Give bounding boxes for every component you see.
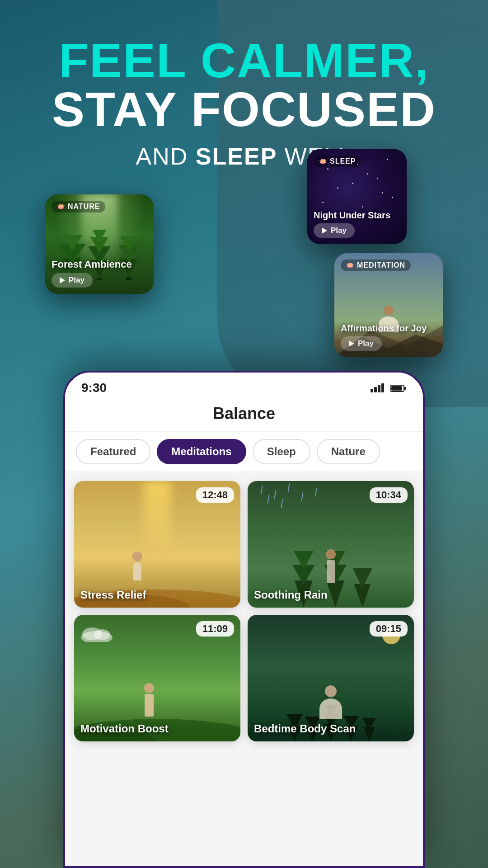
play-icon [60,277,65,283]
media-card-stress-relief[interactable]: 12:48 Stress Relief [74,481,240,608]
card-title-rain: Soothing Rain [254,589,408,601]
status-icons [371,383,407,392]
card-title-bedtime: Bedtime Body Scan [254,722,408,735]
meditation-card-label: 🪷 MEDITATION [341,259,411,271]
duration-badge-bedtime: 09:15 [370,621,408,637]
nature-play-button[interactable]: Play [52,273,93,288]
meditation-play-button[interactable]: Play [341,336,382,351]
rain-drop [281,499,283,508]
rain-drop [274,490,276,499]
figure-head [132,552,142,561]
figure-body [133,562,141,580]
nature-lotus-icon: 🪷 [57,203,65,210]
meditation-card[interactable]: 🪷 MEDITATION Affirmations for Joy Play [334,253,443,357]
svg-rect-12 [126,277,131,280]
svg-rect-18 [381,383,384,392]
sleep-card-title: Night Under Stars [314,210,400,221]
app-header: Balance [65,400,423,432]
card-title-motivation: Motivation Boost [80,722,234,735]
nature-card[interactable]: 🪷 NATURE Forest Ambience Play [45,194,154,294]
duration-badge-rain: 10:34 [370,487,408,503]
sleep-card-inner: 🪷 SLEEP Night Under Stars Play [307,149,407,244]
rain-drop [260,486,263,495]
media-card-soothing-rain[interactable]: 10:34 Soothing Rain [248,481,414,608]
duration-badge-motivation: 11:09 [196,621,234,637]
svg-rect-17 [378,385,380,392]
tab-sleep[interactable]: Sleep [253,439,310,464]
figure-head [144,683,154,693]
status-bar: 9:30 [65,373,423,400]
svg-rect-21 [391,386,402,391]
phone-mockup: 9:30 Balance Featured M [63,371,425,868]
tab-nature[interactable]: Nature [317,439,380,464]
svg-rect-11 [97,278,102,280]
app-title: Balance [65,404,423,423]
phone-inner: 9:30 Balance Featured M [65,373,423,866]
media-card-motivation-boost[interactable]: 11:09 Motivation Boost [74,615,240,741]
standing-figure [326,549,336,583]
play-icon [322,227,327,234]
clouds-svg [79,624,115,642]
sleep-lotus-icon: 🪷 [319,158,327,165]
walking-figure [132,552,142,580]
figure-body [145,694,154,717]
tab-meditations[interactable]: Meditations [157,439,246,464]
figure-head [325,685,337,697]
sleep-play-button[interactable]: Play [314,223,355,238]
light-beam [144,481,171,544]
tab-bar: Featured Meditations Sleep Nature [65,432,423,472]
card-title-stress: Stress Relief [80,589,234,601]
svg-rect-15 [371,389,373,392]
rain-drop [314,488,317,497]
hero-line1: FEEL CALMER, [27,36,461,85]
battery-icon [390,383,407,392]
svg-point-36 [94,629,110,640]
rain-drop [301,492,303,501]
duration-badge-stress: 12:48 [196,487,234,503]
floating-cards-container: 🪷 SLEEP Night Under Stars Play [27,149,461,339]
figure-body [327,560,335,583]
content-grid: 12:48 Stress Relief [65,472,423,750]
nature-card-label: 🪷 NATURE [52,201,105,212]
media-card-bedtime-body-scan[interactable]: 09:15 Bedtime Body Scan [248,615,414,741]
sleep-card-label: 🪷 SLEEP [314,156,361,167]
figure-body [319,698,342,719]
nature-card-inner: 🪷 NATURE Forest Ambience Play [45,194,154,294]
bedtime-figure [319,685,342,719]
hero-line2: STAY FOCUSED [27,85,461,134]
svg-rect-20 [404,387,406,390]
tab-featured[interactable]: Featured [76,439,150,464]
nature-card-title: Forest Ambience [52,259,147,270]
figure-head [384,306,394,316]
motivation-figure [144,683,154,717]
status-time: 9:30 [81,381,107,395]
figure-head [326,549,336,559]
signal-icon [371,383,387,392]
meditation-card-title: Affirmations for Joy [341,323,436,334]
sleep-card[interactable]: 🪷 SLEEP Night Under Stars Play [307,149,407,244]
play-icon [349,340,354,347]
trees-svg [45,226,154,280]
rain-drop [287,483,290,492]
rain-drop [267,495,269,504]
meditation-card-inner: 🪷 MEDITATION Affirmations for Joy Play [334,253,443,357]
meditation-lotus-icon: 🪷 [346,262,354,269]
svg-rect-16 [374,387,377,392]
